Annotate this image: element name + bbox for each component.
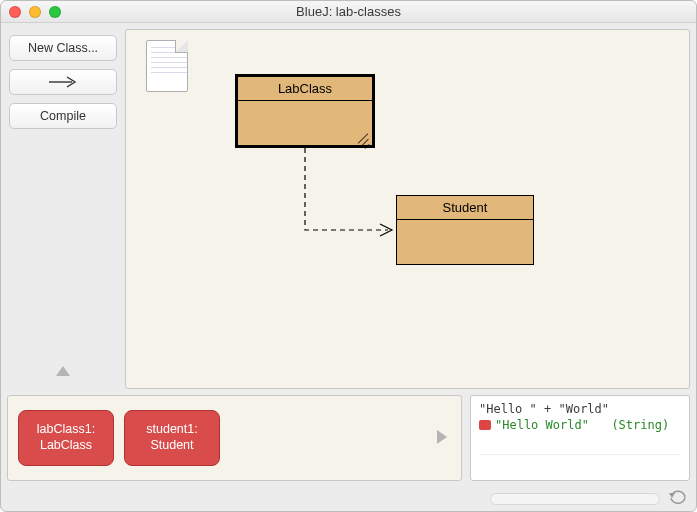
object-label-line1: labClass1: xyxy=(37,422,95,438)
codepad-input[interactable] xyxy=(479,454,681,474)
codepad-expression: "Hello " + "World" xyxy=(479,402,681,416)
window-body: New Class... Compile Lab xyxy=(1,23,696,511)
minimize-icon[interactable] xyxy=(29,6,41,18)
bench-scroll-right-icon[interactable] xyxy=(437,430,447,447)
class-body xyxy=(238,101,372,145)
new-class-label: New Class... xyxy=(28,41,98,55)
code-pad[interactable]: "Hello " + "World" "Hello World" (String… xyxy=(470,395,690,481)
object-label-line2: Student xyxy=(150,438,193,454)
sidebar: New Class... Compile xyxy=(7,29,119,389)
compile-button[interactable]: Compile xyxy=(9,103,117,129)
codepad-result-type: (String) xyxy=(611,418,669,432)
upper-pane: New Class... Compile Lab xyxy=(1,23,696,389)
new-class-button[interactable]: New Class... xyxy=(9,35,117,61)
class-name-label: Student xyxy=(397,196,533,220)
object-instance[interactable]: student1: Student xyxy=(124,410,220,466)
object-result-icon[interactable] xyxy=(479,420,491,430)
status-bar xyxy=(1,487,696,511)
class-box-student[interactable]: Student xyxy=(396,195,534,265)
close-icon[interactable] xyxy=(9,6,21,18)
object-bench[interactable]: labClass1: LabClass student1: Student xyxy=(7,395,462,481)
class-name-label: LabClass xyxy=(238,77,372,101)
object-label-line1: student1: xyxy=(146,422,197,438)
window-controls xyxy=(9,6,61,18)
object-label-line2: LabClass xyxy=(40,438,92,454)
class-diagram-canvas[interactable]: LabClass Student xyxy=(125,29,690,389)
uncompiled-stripes-icon xyxy=(352,131,368,143)
object-instance[interactable]: labClass1: LabClass xyxy=(18,410,114,466)
window-title: BlueJ: lab-classes xyxy=(1,4,696,19)
readme-icon[interactable] xyxy=(146,40,188,92)
app-window: BlueJ: lab-classes New Class... Compile xyxy=(0,0,697,512)
progress-bar xyxy=(490,493,660,505)
arrow-icon xyxy=(48,76,78,88)
codepad-result-row: "Hello World" (String) xyxy=(479,418,681,432)
expand-toggle-icon[interactable] xyxy=(56,364,70,379)
codepad-result-value: "Hello World" xyxy=(495,418,589,432)
zoom-icon[interactable] xyxy=(49,6,61,18)
svg-marker-1 xyxy=(56,366,70,376)
class-body xyxy=(397,220,533,264)
lower-pane: labClass1: LabClass student1: Student "H… xyxy=(1,389,696,487)
svg-marker-2 xyxy=(437,430,447,444)
compile-label: Compile xyxy=(40,109,86,123)
rerun-icon[interactable] xyxy=(668,490,688,509)
class-box-labclass[interactable]: LabClass xyxy=(236,75,374,147)
titlebar[interactable]: BlueJ: lab-classes xyxy=(1,1,696,23)
dependency-arrow-button[interactable] xyxy=(9,69,117,95)
svg-marker-3 xyxy=(669,493,675,498)
